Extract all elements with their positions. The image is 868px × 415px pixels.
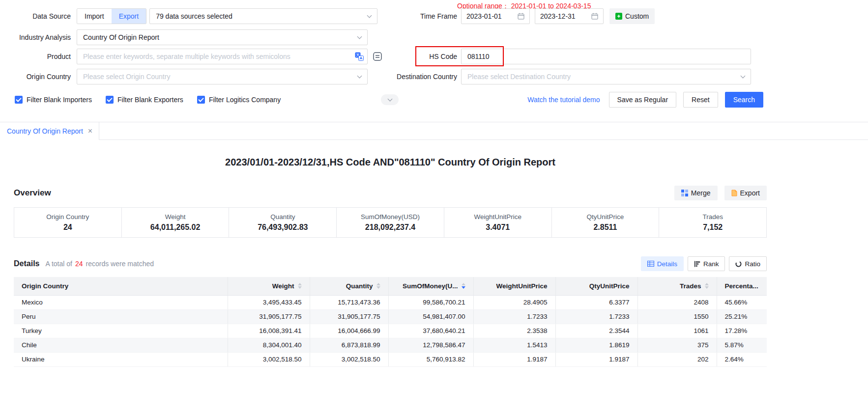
chevron-down-icon xyxy=(357,34,362,39)
export-file-icon xyxy=(731,190,737,196)
tab-bar: Country Of Origin Report × xyxy=(0,122,868,140)
report-title: 2023/01/01-2023/12/31,HS Code AND"081110… xyxy=(14,157,767,168)
stat-weight: Weight 64,011,265.02 xyxy=(121,208,229,237)
col-trades[interactable]: Trades xyxy=(637,277,717,295)
keyword-list-icon[interactable] xyxy=(373,52,382,61)
sort-icon[interactable] xyxy=(298,283,302,289)
checkbox-checked-icon xyxy=(106,96,114,104)
chevron-down-icon xyxy=(367,13,372,18)
export-label: Export xyxy=(740,189,760,197)
table-header-row: Origin Country Weight Quantity SumOfMone… xyxy=(14,277,767,295)
col-percentage: Percenta... xyxy=(717,277,767,295)
merge-button[interactable]: Merge xyxy=(674,186,718,200)
end-date-value: 2023-12-31 xyxy=(540,12,576,20)
export-button[interactable]: Export xyxy=(724,186,767,200)
checkbox-label: Filter Blank Exporters xyxy=(117,96,183,104)
start-date-value: 2023-01-01 xyxy=(466,12,502,20)
hs-code-group: HS Code xyxy=(387,49,751,64)
stat-weight-unit-price: WeightUnitPrice 3.4071 xyxy=(444,208,551,237)
filter-actions: Watch the tutorial demo Save as Regular … xyxy=(527,92,763,108)
industry-analysis-select[interactable]: Country Of Origin Report xyxy=(77,29,368,45)
col-weight[interactable]: Weight xyxy=(228,277,310,295)
end-date-input[interactable]: 2023-12-31 xyxy=(535,8,604,24)
destination-country-select[interactable]: Please select Destination Country xyxy=(461,69,751,84)
search-button[interactable]: Search xyxy=(725,92,763,108)
tab-country-of-origin-report[interactable]: Country Of Origin Report × xyxy=(0,122,99,140)
sort-icon[interactable] xyxy=(705,283,709,289)
table-row: Turkey 16,008,391.41 16,004,666.99 37,68… xyxy=(14,324,767,338)
table-icon xyxy=(647,261,654,267)
tab-label: Country Of Origin Report xyxy=(7,127,83,135)
import-toggle-button[interactable]: Import xyxy=(77,9,112,24)
tutorial-demo-link[interactable]: Watch the tutorial demo xyxy=(527,96,600,104)
filter-logitics-company-checkbox[interactable]: Filter Logitics Company xyxy=(197,96,281,104)
reset-button[interactable]: Reset xyxy=(683,92,718,108)
col-qty-unit-price: QtyUnitPrice xyxy=(555,277,637,295)
product-input-wrap xyxy=(77,49,368,64)
destination-country-placeholder: Please select Destination Country xyxy=(467,73,571,81)
data-source-toggle: Import Export xyxy=(77,8,146,24)
industry-analysis-value: Country Of Origin Report xyxy=(83,33,159,41)
stat-sum-of-money: SumOfMoney(USD) 218,092,237.4 xyxy=(336,208,444,237)
start-date-input[interactable]: 2023-01-01 xyxy=(461,8,530,24)
data-source-label: Data Source xyxy=(0,12,77,20)
filter-blank-exporters-checkbox[interactable]: Filter Blank Exporters xyxy=(106,96,183,104)
chevron-down-icon xyxy=(741,73,746,78)
table-row: Chile 8,304,001.40 6,873,818.99 12,798,5… xyxy=(14,338,767,352)
merge-label: Merge xyxy=(691,189,711,197)
save-as-regular-button[interactable]: Save as Regular xyxy=(609,92,677,108)
product-keywords-input[interactable] xyxy=(77,49,368,64)
overview-heading: Overview xyxy=(14,188,51,198)
details-table: Origin Country Weight Quantity SumOfMone… xyxy=(14,277,767,367)
checkbox-label: Filter Blank Importers xyxy=(27,96,92,104)
filter-row-countries: Origin Country Please select Origin Coun… xyxy=(0,69,868,84)
matched-count: 24 xyxy=(75,260,83,268)
hs-code-input[interactable] xyxy=(461,49,751,64)
details-view-button[interactable]: Details xyxy=(641,256,684,271)
col-sum-of-money[interactable]: SumOfMoney(U... xyxy=(388,277,473,295)
custom-range-button[interactable]: Custom xyxy=(609,8,655,24)
chevron-down-icon xyxy=(357,73,362,78)
collapse-filters-button[interactable] xyxy=(381,94,399,105)
report-content: 2023/01/01-2023/12/31,HS Code AND"081110… xyxy=(14,157,767,367)
origin-country-placeholder: Please select Origin Country xyxy=(83,73,170,81)
ratio-view-button[interactable]: Ratio xyxy=(729,256,767,271)
checkbox-label: Filter Logitics Company xyxy=(209,96,281,104)
chevron-down-icon xyxy=(387,97,392,102)
table-row: Peru 31,905,177.75 31,905,177.75 54,981,… xyxy=(14,309,767,324)
col-quantity[interactable]: Quantity xyxy=(310,277,388,295)
filter-row-options: Filter Blank Importers Filter Blank Expo… xyxy=(0,92,868,108)
filter-blank-importers-checkbox[interactable]: Filter Blank Importers xyxy=(15,96,92,104)
col-weight-unit-price: WeightUnitPrice xyxy=(473,277,555,295)
translate-icon[interactable] xyxy=(355,52,364,63)
overview-stats-card: Origin Country 24 Weight 64,011,265.02 Q… xyxy=(14,207,767,238)
overview-section-head: Overview Merge Export xyxy=(14,186,767,200)
checkbox-checked-icon xyxy=(197,96,205,104)
custom-calendar-icon xyxy=(615,13,622,20)
calendar-icon xyxy=(518,13,524,20)
stat-quantity: Quantity 76,493,902.83 xyxy=(229,208,336,237)
data-source-selected-value: 79 data sources selected xyxy=(156,12,232,20)
stat-qty-unit-price: QtyUnitPrice 2.8511 xyxy=(551,208,659,237)
records-summary: A total of 24 records were matched xyxy=(45,260,154,268)
export-toggle-button[interactable]: Export xyxy=(112,9,146,24)
destination-country-group: Destination Country Please select Destin… xyxy=(387,69,751,84)
checkbox-checked-icon xyxy=(15,96,23,104)
industry-analysis-label: Industry Analysis xyxy=(0,33,77,41)
destination-country-label: Destination Country xyxy=(387,73,461,81)
rank-icon xyxy=(694,261,700,267)
filter-row-data-source: Data Source Import Export 79 data source… xyxy=(0,8,868,24)
tab-close-icon[interactable]: × xyxy=(88,127,92,135)
sort-icon[interactable] xyxy=(376,283,380,289)
origin-country-label: Origin Country xyxy=(0,73,77,81)
hs-code-label: HS Code xyxy=(387,53,461,60)
time-frame-group: Time Frame 2023-01-01 2023-12-31 Custom xyxy=(387,8,655,24)
filter-panel: Optional range： 2021-01-01 to 2024-03-15… xyxy=(0,0,868,122)
rank-view-button[interactable]: Rank xyxy=(688,256,725,271)
filter-row-industry: Industry Analysis Country Of Origin Repo… xyxy=(0,29,868,45)
data-source-select[interactable]: 79 data sources selected xyxy=(149,8,377,24)
sort-icon-desc-active[interactable] xyxy=(462,283,465,289)
time-frame-label: Time Frame xyxy=(387,12,461,20)
origin-country-select[interactable]: Please select Origin Country xyxy=(77,69,368,84)
overview-actions: Merge Export xyxy=(674,186,767,200)
